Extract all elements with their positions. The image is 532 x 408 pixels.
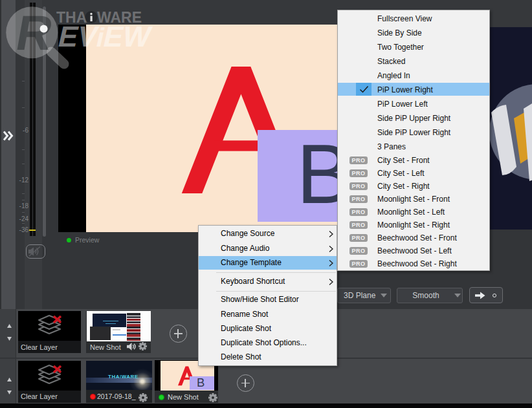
- svg-text:EViEW: EViEW: [55, 21, 154, 53]
